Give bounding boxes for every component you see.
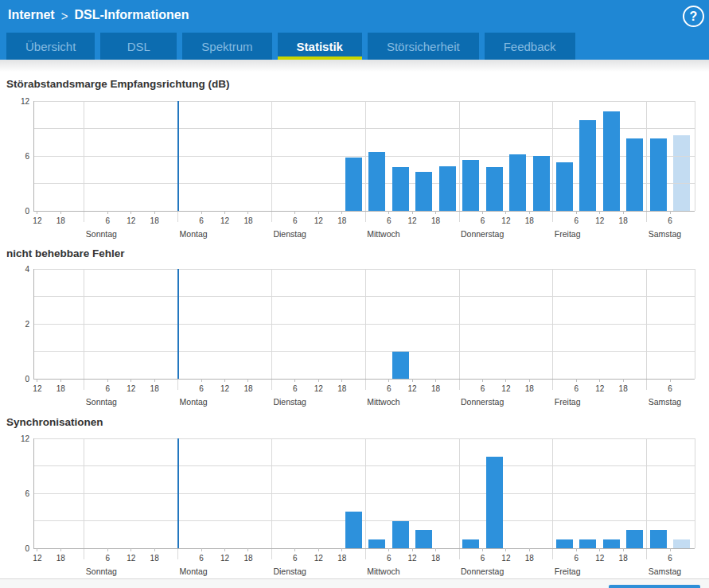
svg-text:12: 12 — [595, 384, 605, 393]
page-header: Internet > DSL-Informationen ? — [0, 0, 709, 30]
svg-text:12: 12 — [314, 384, 324, 393]
svg-text:18: 18 — [525, 554, 535, 563]
svg-text:6: 6 — [668, 384, 672, 393]
svg-text:Dienstag: Dienstag — [273, 229, 306, 239]
page-footer — [0, 578, 709, 588]
svg-text:12: 12 — [501, 554, 511, 563]
svg-text:18: 18 — [337, 216, 347, 225]
tab-uebersicht[interactable]: Übersicht — [6, 33, 95, 60]
svg-text:12: 12 — [595, 216, 605, 225]
svg-text:12: 12 — [220, 384, 230, 393]
svg-text:Mittwoch: Mittwoch — [367, 567, 400, 576]
svg-text:6: 6 — [387, 216, 392, 225]
chart-section-snr-margin: Störabstandsmarge Empfangsrichtung (dB) … — [0, 78, 709, 241]
svg-text:Samstag: Samstag — [649, 397, 682, 407]
breadcrumb-chevron-icon: > — [61, 7, 68, 23]
help-button[interactable]: ? — [683, 6, 704, 27]
content-area: Störabstandsmarge Empfangsrichtung (dB) … — [0, 60, 709, 578]
svg-text:6: 6 — [293, 216, 298, 225]
svg-text:12: 12 — [33, 384, 42, 393]
dsl-informationen-page: Internet > DSL-Informationen ? Übersicht… — [0, 0, 709, 588]
tab-statistik[interactable]: Statistik — [278, 33, 362, 60]
svg-text:6: 6 — [481, 384, 485, 393]
tab-feedback[interactable]: Feedback — [485, 33, 575, 60]
svg-text:6: 6 — [387, 554, 392, 563]
svg-text:6: 6 — [481, 216, 485, 225]
tab-stoersicherheit[interactable]: Störsicherheit — [368, 33, 479, 60]
chart-title-snr-margin: Störabstandsmarge Empfangsrichtung (dB) — [6, 78, 709, 91]
svg-text:18: 18 — [337, 384, 347, 393]
svg-text:6: 6 — [25, 152, 29, 161]
svg-text:Samstag: Samstag — [649, 567, 682, 576]
svg-text:18: 18 — [431, 554, 441, 563]
svg-text:Sonntag: Sonntag — [86, 567, 117, 576]
svg-text:0: 0 — [25, 207, 29, 216]
svg-text:18: 18 — [56, 216, 66, 225]
svg-text:12: 12 — [501, 216, 511, 225]
svg-text:2: 2 — [25, 320, 29, 329]
chart-title-uncorrectable-errors: nicht behebbare Fehler — [6, 247, 709, 260]
svg-text:Freitag: Freitag — [555, 397, 581, 407]
svg-text:Dienstag: Dienstag — [273, 567, 306, 576]
svg-text:Montag: Montag — [180, 229, 208, 239]
svg-text:12: 12 — [408, 216, 418, 225]
uncorrectable-errors-chart: 02412186121861218612186121861218612186So… — [0, 264, 709, 409]
svg-text:18: 18 — [525, 384, 535, 393]
chart-section-synchronizations: Synchronisationen 0612121861218612186121… — [0, 416, 709, 578]
svg-text:18: 18 — [56, 554, 66, 563]
svg-text:Samstag: Samstag — [649, 229, 682, 239]
svg-text:Donnerstag: Donnerstag — [461, 229, 504, 239]
svg-text:Dienstag: Dienstag — [273, 397, 306, 407]
svg-text:Donnerstag: Donnerstag — [461, 567, 504, 576]
tab-bar: Übersicht DSL Spektrum Statistik Störsic… — [0, 30, 709, 60]
svg-text:12: 12 — [33, 216, 42, 225]
svg-text:12: 12 — [501, 384, 511, 393]
svg-text:Montag: Montag — [180, 567, 208, 576]
svg-text:12: 12 — [220, 554, 230, 563]
svg-text:18: 18 — [243, 216, 253, 225]
content-top-shadow — [0, 60, 709, 72]
breadcrumb: Internet > DSL-Informationen — [8, 8, 189, 22]
svg-text:12: 12 — [408, 384, 418, 393]
svg-text:12: 12 — [21, 97, 30, 106]
svg-text:12: 12 — [127, 384, 136, 393]
svg-text:6: 6 — [199, 554, 204, 563]
svg-text:6: 6 — [293, 554, 298, 563]
svg-text:Montag: Montag — [180, 397, 208, 407]
synchronizations-chart: 061212186121861218612186121861218612186S… — [0, 434, 709, 578]
svg-text:18: 18 — [619, 384, 629, 393]
svg-text:12: 12 — [408, 554, 418, 563]
svg-text:6: 6 — [574, 554, 578, 563]
tab-dsl[interactable]: DSL — [100, 33, 177, 60]
svg-text:6: 6 — [574, 216, 578, 225]
svg-text:12: 12 — [127, 554, 136, 563]
svg-text:Mittwoch: Mittwoch — [367, 229, 400, 239]
svg-text:4: 4 — [25, 265, 29, 274]
svg-text:12: 12 — [314, 554, 324, 563]
svg-text:12: 12 — [127, 216, 136, 225]
svg-text:Mittwoch: Mittwoch — [367, 397, 400, 407]
page-title: DSL-Informationen — [74, 8, 189, 22]
snr-margin-chart: 061212186121861218612186121861218612186S… — [0, 96, 709, 241]
svg-text:18: 18 — [150, 384, 160, 393]
svg-text:Freitag: Freitag — [555, 567, 581, 576]
svg-text:Sonntag: Sonntag — [86, 397, 117, 407]
svg-text:6: 6 — [105, 384, 110, 393]
svg-text:18: 18 — [619, 554, 629, 563]
svg-text:6: 6 — [668, 554, 672, 563]
svg-text:0: 0 — [25, 544, 29, 553]
svg-text:6: 6 — [293, 384, 298, 393]
svg-text:Sonntag: Sonntag — [86, 229, 117, 239]
svg-text:12: 12 — [21, 434, 30, 443]
svg-text:0: 0 — [25, 375, 29, 384]
svg-text:12: 12 — [595, 554, 605, 563]
chart-title-synchronizations: Synchronisationen — [6, 416, 709, 429]
svg-text:6: 6 — [574, 384, 578, 393]
partially-visible-button[interactable] — [609, 585, 700, 588]
svg-text:18: 18 — [431, 384, 441, 393]
svg-text:6: 6 — [481, 554, 485, 563]
tab-spektrum[interactable]: Spektrum — [182, 33, 271, 60]
svg-text:6: 6 — [105, 554, 110, 563]
breadcrumb-section-internet[interactable]: Internet — [8, 8, 55, 22]
svg-text:6: 6 — [199, 384, 204, 393]
